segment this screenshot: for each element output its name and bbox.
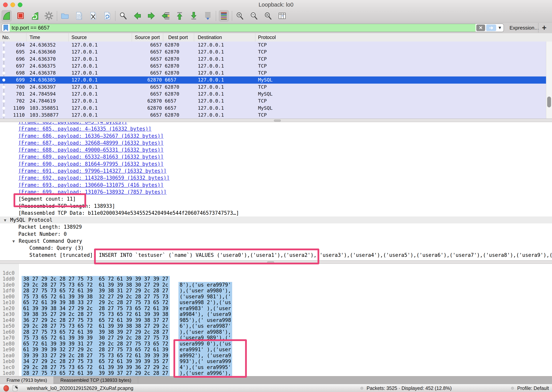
restart-capture-button[interactable] xyxy=(30,10,40,21)
start-capture-button[interactable] xyxy=(1,10,12,21)
frame-link[interactable]: [Frame: 688, payload: 49000–65331 (16332… xyxy=(18,147,163,153)
frame-link[interactable]: [Frame: 693, payload: 130660–131075 (416… xyxy=(18,182,163,188)
filter-bar: ✕ ➔ ▼ Expression… + xyxy=(0,22,552,33)
filter-apply-button[interactable]: ➔ xyxy=(486,25,496,31)
reload-file-button[interactable] xyxy=(102,10,112,21)
mysql-protocol-row[interactable]: ▼MySQL Protocol xyxy=(0,217,552,224)
byte-view-tab[interactable]: Reassembled TCP (138933 bytes) xyxy=(54,376,138,384)
save-document-icon: 010100110101110 xyxy=(74,11,84,21)
frame-link-row: [Frame: 699, payload: 131076–138932 (785… xyxy=(0,189,552,196)
capture-options-button[interactable] xyxy=(44,10,54,21)
save-file-button[interactable]: 010100110101110 xyxy=(74,10,84,21)
add-filter-button[interactable]: + xyxy=(542,22,546,33)
resize-columns-button[interactable] xyxy=(277,10,287,21)
frame-link[interactable]: [Frame: 699, payload: 131076–138932 (785… xyxy=(18,189,167,195)
cell-source-port: 6657 xyxy=(132,84,163,91)
arrow-left-icon xyxy=(133,11,142,21)
go-back-button[interactable] xyxy=(132,10,142,21)
statement-value: INSERT INTO `testuser` (`name`) VALUES (… xyxy=(99,252,552,258)
go-forward-button[interactable] xyxy=(147,10,156,21)
byte-view-tab[interactable]: Frame (7913 bytes) xyxy=(0,376,54,384)
pane-splitter-bottom[interactable] xyxy=(0,260,552,264)
zoom-out-button[interactable] xyxy=(249,10,259,21)
stop-capture-button[interactable] xyxy=(16,10,26,21)
go-to-packet-button[interactable] xyxy=(161,10,171,21)
close-document-icon xyxy=(88,11,98,21)
frame-link[interactable]: [Frame: 687, payload: 32668–48999 (16332… xyxy=(18,140,163,146)
column-header-source[interactable]: Source xyxy=(69,33,132,42)
column-header-protocol[interactable]: Protocol xyxy=(255,33,552,42)
splitter-handle[interactable] xyxy=(267,261,274,263)
command-row[interactable]: Command: Query (3) xyxy=(0,245,552,252)
packet-row[interactable]: 695 24.636360 127.0.0.1 6657 62870 127.0… xyxy=(0,49,552,56)
packet-row[interactable]: 702 24.784619 127.0.0.1 62870 6657 127.0… xyxy=(0,98,552,105)
frame-link[interactable]: [Frame: 686, payload: 16336–32667 (16332… xyxy=(18,133,163,139)
reassembled-length-row[interactable]: [Reassembled TCP length: 138933] xyxy=(0,203,552,210)
zoom-in-button[interactable] xyxy=(235,10,245,21)
byte-view-tabbar: Frame (7913 bytes) Reassembled TCP (1389… xyxy=(0,376,552,384)
column-header-source-port[interactable]: Source port xyxy=(132,33,163,42)
profile-status[interactable]: Profile: Default xyxy=(517,384,549,392)
column-header-time[interactable]: Time xyxy=(27,33,69,42)
hex-row: 1e50 28 27 75 73 65 72 61 39 39 38 39 27… xyxy=(0,317,552,323)
packet-row[interactable]: 699 24.636385 127.0.0.1 62870 6657 127.0… xyxy=(0,77,552,84)
expression-button[interactable]: Expression… xyxy=(510,22,539,33)
packet-row[interactable]: 698 24.636378 127.0.0.1 6657 62870 127.0… xyxy=(0,70,552,77)
pane-splitter-top[interactable] xyxy=(0,119,552,122)
packet-row[interactable]: 697 24.636375 127.0.0.1 6657 62870 127.0… xyxy=(0,63,552,70)
toolbar-separator xyxy=(216,11,216,21)
find-packet-button[interactable] xyxy=(118,10,128,21)
packet-row[interactable]: 701 24.784594 127.0.0.1 6657 62870 127.0… xyxy=(0,91,552,98)
frame-links-group: [Frame: 683, payload: 0–3 (4 bytes)] [Fr… xyxy=(0,122,552,196)
bookmark-icon[interactable] xyxy=(2,24,10,32)
packet-row[interactable]: 694 24.636352 127.0.0.1 6657 62870 127.0… xyxy=(0,42,552,49)
display-filter-input[interactable] xyxy=(10,24,475,32)
filter-clear-button[interactable]: ✕ xyxy=(476,25,485,31)
zoom-original-button[interactable] xyxy=(263,10,273,21)
go-last-packet-button[interactable] xyxy=(189,10,199,21)
close-file-button[interactable] xyxy=(88,10,98,21)
column-header-dest-port[interactable]: Dest port xyxy=(163,33,194,42)
splitter-handle[interactable] xyxy=(274,119,281,122)
packet-list-header: No. Time Source Source port Dest port De… xyxy=(0,33,552,42)
packet-row[interactable]: 1110 103.358877 127.0.0.1 6657 62870 127… xyxy=(0,112,552,119)
cell-time: 24.636370 xyxy=(27,56,69,63)
collapse-triangle-icon[interactable]: ▼ xyxy=(0,239,16,244)
auto-scroll-button[interactable] xyxy=(203,10,213,21)
open-file-button[interactable] xyxy=(60,10,70,21)
cell-time: 24.636385 xyxy=(27,77,69,84)
packet-row[interactable]: 1109 103.358851 127.0.0.1 62870 6657 127… xyxy=(0,105,552,112)
expert-info-icon[interactable] xyxy=(3,385,9,392)
frame-link[interactable]: [Frame: 683, payload: 0–3 (4 bytes)] xyxy=(18,122,127,125)
frame-link[interactable]: [Frame: 691, payload: 97996–114327 (1633… xyxy=(18,168,167,174)
segment-count-row[interactable]: [Segment count: 11] xyxy=(0,196,552,202)
svg-text:01101: 01101 xyxy=(77,16,82,18)
statement-row[interactable]: Statement [truncated]: INSERT INTO `test… xyxy=(0,252,552,259)
frame-link[interactable]: [Frame: 690, payload: 81664–97995 (16332… xyxy=(18,161,163,167)
column-header-no[interactable]: No. xyxy=(0,33,27,42)
capture-comment-icon[interactable] xyxy=(13,385,18,392)
request-command-row[interactable]: ▼Request Command Query xyxy=(0,238,552,245)
frame-link[interactable]: [Frame: 685, payload: 4–16335 (16332 byt… xyxy=(18,126,151,132)
hex-row: 1e70 65 72 61 39 39 39 31 27 29 2c 28 27… xyxy=(0,329,552,335)
packet-number-row[interactable]: Packet Number: 0 xyxy=(0,231,552,238)
packet-list-scrollbar[interactable] xyxy=(546,42,552,119)
cell-protocol: TCP xyxy=(255,98,552,105)
cell-source-port: 62870 xyxy=(132,77,163,84)
selected-packet-dot xyxy=(2,44,5,47)
collapse-triangle-icon[interactable]: ▼ xyxy=(0,218,7,223)
filter-dropdown-chevron[interactable]: ▼ xyxy=(496,25,503,30)
cell-destination: 127.0.0.1 xyxy=(194,98,255,105)
scrollbar-thumb[interactable] xyxy=(547,97,551,107)
column-header-destination[interactable]: Destination xyxy=(194,33,255,42)
packet-row[interactable]: 696 24.636370 127.0.0.1 6657 62870 127.0… xyxy=(0,56,552,63)
frame-link[interactable]: [Frame: 689, payload: 65332–81663 (16332… xyxy=(18,154,163,160)
cell-source-port: 62870 xyxy=(132,105,163,112)
colorize-packets-button[interactable] xyxy=(219,10,229,21)
cell-source-port: 62870 xyxy=(132,98,163,105)
packet-length-row[interactable]: Packet Length: 138929 xyxy=(0,224,552,230)
go-first-packet-button[interactable] xyxy=(175,10,185,21)
frame-link[interactable]: [Frame: 692, payload: 114328–130659 (163… xyxy=(18,175,170,181)
packet-row[interactable]: 700 24.636397 127.0.0.1 6657 62870 127.0… xyxy=(0,84,552,91)
reassembled-data-row[interactable]: [Reassembled TCP Data: b11e020003494e534… xyxy=(0,210,552,217)
